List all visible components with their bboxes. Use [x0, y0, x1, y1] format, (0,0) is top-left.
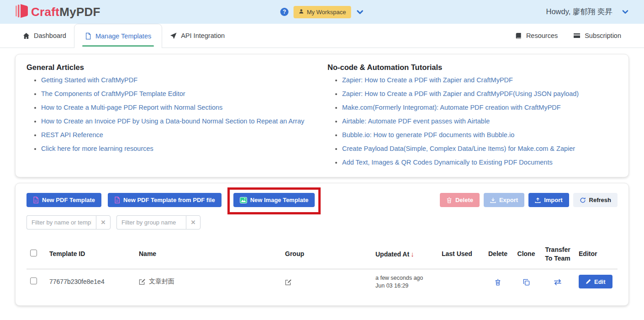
list-item: Add Text, Images & QR Codes Dynamically …: [342, 159, 618, 166]
list-item: Bubble.io: How to generate PDF documents…: [342, 131, 618, 139]
list-item: Airtable: Automate PDF event passes with…: [342, 117, 618, 125]
tab-dashboard[interactable]: Dashboard: [15, 24, 74, 48]
export-button[interactable]: Export: [484, 193, 524, 207]
name-filter-clear-button[interactable]: ✕: [96, 215, 111, 229]
list-item: Make.com(Formerly Integromat): Automate …: [342, 104, 618, 111]
tutorial-link[interactable]: Zapier: How to Create a PDF with Zapier …: [342, 90, 579, 97]
learning-resources-panel: General Articles Getting Started with Cr…: [15, 54, 629, 177]
new-image-template-button[interactable]: New Image Template: [233, 193, 315, 207]
tutorial-link[interactable]: Create Payload Data(Simple, Complex Data…: [342, 145, 575, 152]
top-header-bar: CraftMyPDF ? My Workspace Howdy, 廖郁翔 奕昇: [0, 0, 644, 24]
new-pdf-template-from-file-button[interactable]: New PDF Template from PDF file: [108, 193, 222, 207]
column-header-editor: Editor: [575, 240, 618, 269]
article-link[interactable]: Click here for more learning resources: [41, 145, 153, 152]
tab-manage-templates[interactable]: Manage Templates: [74, 24, 162, 48]
tutorial-link[interactable]: Bubble.io: How to generate PDF documents…: [342, 131, 514, 139]
delete-label: Delete: [455, 197, 473, 203]
edit-button[interactable]: Edit: [579, 275, 612, 288]
template-id-cell: 77677b230fe8e1e4: [46, 269, 135, 294]
column-header-template-id: Template ID: [46, 240, 135, 269]
pdf-file-icon: [33, 197, 39, 203]
name-filter-input[interactable]: [26, 215, 96, 229]
tab-subscription[interactable]: Subscription: [565, 24, 629, 48]
tutorial-link[interactable]: Add Text, Images & QR Codes Dynamically …: [342, 159, 553, 166]
group-filter-clear-button[interactable]: ✕: [186, 215, 201, 229]
transfer-row-icon[interactable]: [554, 279, 562, 285]
download-icon: [490, 197, 496, 203]
sort-descending-icon: ↓: [411, 250, 414, 258]
new-image-template-label: New Image Template: [250, 197, 309, 203]
import-label: Import: [544, 197, 562, 203]
tab-api-integration[interactable]: API Integration: [162, 24, 232, 48]
delete-button[interactable]: Delete: [440, 193, 480, 207]
updated-date: Jun 03 16:29: [375, 283, 434, 289]
nocode-tutorials-list: Zapier: How to Create a PDF with Zapier …: [327, 76, 618, 166]
credit-card-icon: [573, 32, 581, 39]
select-all-checkbox[interactable]: [30, 250, 37, 256]
paper-plane-icon: [170, 32, 177, 39]
article-link[interactable]: Getting Started with CraftMyPDF: [41, 76, 137, 84]
user-icon: [299, 9, 304, 16]
article-link[interactable]: REST API Reference: [41, 131, 103, 139]
edit-button-label: Edit: [594, 278, 606, 285]
home-icon: [23, 32, 30, 39]
article-link[interactable]: How to Create an Invoice PDF by Using a …: [41, 117, 304, 125]
table-row: 77677b230fe8e1e4 文章封面 a few seconds: [26, 269, 618, 294]
templates-toolbar: New PDF Template New PDF Template from P…: [26, 193, 618, 207]
column-header-transfer: Transfer To Team: [540, 240, 575, 269]
nocode-tutorials-title: No-code & Automation Tutorials: [327, 63, 618, 72]
updated-at-cell: a few seconds ago Jun 03 16:29: [372, 269, 438, 294]
column-header-name: Name: [135, 240, 281, 269]
workspace-chevron-down-icon[interactable]: [356, 8, 364, 16]
templates-panel: New PDF Template New PDF Template from P…: [15, 183, 629, 306]
edit-name-icon[interactable]: [139, 278, 146, 285]
list-item: REST API Reference: [41, 131, 327, 139]
account-chevron-down-icon[interactable]: [622, 8, 629, 16]
refresh-label: Refresh: [589, 197, 611, 203]
help-icon[interactable]: ?: [280, 8, 289, 16]
clone-row-icon[interactable]: [523, 279, 530, 286]
new-pdf-template-button[interactable]: New PDF Template: [26, 193, 101, 207]
pencil-icon: [586, 279, 591, 284]
image-icon: [240, 197, 247, 203]
tutorial-link[interactable]: Airtable: Automate PDF event passes with…: [342, 117, 490, 125]
list-item: Getting Started with CraftMyPDF: [41, 76, 327, 84]
template-name: 文章封面: [149, 277, 174, 286]
edit-group-icon[interactable]: [285, 279, 292, 286]
last-used-cell: [438, 269, 484, 294]
column-header-updated-at[interactable]: Updated At↓: [372, 240, 438, 269]
column-header-delete: Delete: [484, 240, 512, 269]
delete-row-icon[interactable]: [495, 279, 501, 286]
article-link[interactable]: How to Create a Multi-page PDF Report wi…: [41, 104, 222, 111]
brand-logo-text: CraftMyPDF: [31, 5, 100, 19]
group-filter-input[interactable]: [116, 215, 186, 229]
tab-api-integration-label: API Integration: [181, 32, 225, 39]
tutorial-link[interactable]: Make.com(Formerly Integromat): Automate …: [342, 104, 561, 111]
filter-row: ✕ ✕: [26, 215, 618, 229]
book-icon: [515, 32, 522, 39]
list-item: How to Create an Invoice PDF by Using a …: [41, 117, 327, 125]
tab-manage-templates-label: Manage Templates: [95, 32, 151, 40]
tutorial-link[interactable]: Zapier: How to Create a PDF with Zapier …: [342, 76, 513, 84]
refresh-icon: [580, 197, 586, 203]
red-annotation-box: New Image Template: [233, 193, 315, 207]
tab-resources-label: Resources: [526, 32, 558, 39]
row-checkbox[interactable]: [30, 277, 37, 284]
tab-resources[interactable]: Resources: [507, 24, 565, 48]
name-filter-group: ✕: [26, 215, 111, 229]
new-pdf-template-label: New PDF Template: [42, 197, 95, 203]
list-item: How to Create a Multi-page PDF Report wi…: [41, 104, 327, 111]
refresh-button[interactable]: Refresh: [573, 193, 618, 207]
workspace-selector[interactable]: My Workspace: [294, 6, 351, 18]
templates-table: Template ID Name Group Updated At↓ Last …: [26, 240, 618, 294]
upload-icon: [535, 197, 541, 203]
list-item: Zapier: How to Create a PDF with Zapier …: [342, 76, 618, 84]
list-item: Click here for more learning resources: [41, 145, 327, 152]
main-nav-tabbar: Dashboard Manage Templates API Integrati…: [0, 24, 644, 48]
brand-logo[interactable]: CraftMyPDF: [15, 3, 100, 21]
export-label: Export: [499, 197, 518, 203]
list-item: Zapier: How to Create a PDF with Zapier …: [342, 90, 618, 97]
article-link[interactable]: The Components of CraftMyPDF Template Ed…: [41, 90, 185, 97]
general-articles-list: Getting Started with CraftMyPDF The Comp…: [26, 76, 327, 152]
import-button[interactable]: Import: [528, 193, 569, 207]
